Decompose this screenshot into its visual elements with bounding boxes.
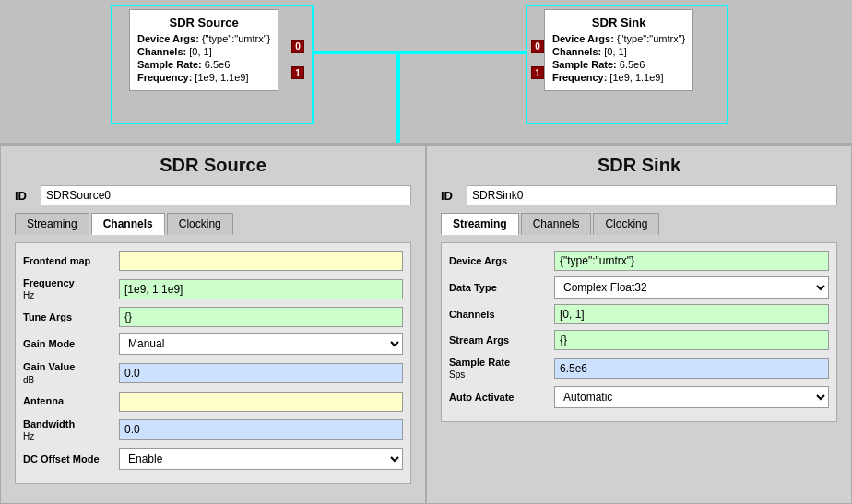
source-label-gain-value: Gain Value dB bbox=[23, 360, 115, 385]
source-field-antenna: Antenna bbox=[23, 392, 403, 412]
sink-label-auto-activate: Auto Activate bbox=[449, 391, 550, 404]
sink-field-stream-args: Stream Args bbox=[449, 330, 829, 350]
sink-label-stream-args: Stream Args bbox=[449, 334, 550, 346]
source-input-frequency[interactable] bbox=[119, 279, 403, 299]
source-label-frontend: Frontend map bbox=[23, 254, 115, 267]
source-select-dc-offset[interactable]: Enable Disable bbox=[119, 448, 403, 470]
sink-port-0: 0 bbox=[531, 40, 544, 53]
sink-label-device-args: Device Args bbox=[449, 254, 550, 267]
source-field-tune-args: Tune Args bbox=[23, 307, 403, 327]
source-id-label: ID bbox=[15, 189, 33, 203]
sink-label-data-type: Data Type bbox=[449, 281, 550, 294]
source-field-bandwidth: Bandwidth Hz bbox=[23, 417, 403, 442]
sink-input-device-args[interactable] bbox=[554, 251, 829, 271]
sink-device-args: Device Args: {"type":"umtrx"} bbox=[552, 33, 685, 44]
source-label-tune-args: Tune Args bbox=[23, 311, 115, 323]
sink-field-data-type: Data Type Complex Float32 Complex Int16 bbox=[449, 276, 829, 299]
source-block-title: SDR Source bbox=[137, 16, 270, 29]
sink-select-auto-activate[interactable]: Automatic Manual bbox=[554, 386, 829, 408]
sink-select-data-type[interactable]: Complex Float32 Complex Int16 bbox=[554, 276, 829, 299]
sink-input-sample-rate[interactable] bbox=[554, 358, 829, 379]
sink-field-device-args: Device Args bbox=[449, 251, 829, 271]
source-select-gain-mode[interactable]: Manual Automatic bbox=[119, 333, 403, 355]
source-input-frontend[interactable] bbox=[119, 251, 403, 271]
source-fields: Frontend map Frequency Hz Tune Args bbox=[15, 242, 411, 484]
source-frequency: Frequency: [1e9, 1.1e9] bbox=[137, 72, 270, 83]
source-field-gain-mode: Gain Mode Manual Automatic bbox=[23, 333, 403, 355]
source-id-row: ID bbox=[15, 185, 411, 205]
source-label-bandwidth: Bandwidth Hz bbox=[23, 417, 115, 442]
source-field-frequency: Frequency Hz bbox=[23, 276, 403, 301]
source-port-0: 0 bbox=[291, 40, 304, 53]
sink-field-channels: Channels bbox=[449, 304, 829, 324]
source-input-bandwidth[interactable] bbox=[119, 419, 403, 440]
sink-input-channels[interactable] bbox=[554, 304, 829, 324]
source-input-tune-args[interactable] bbox=[119, 307, 403, 327]
sink-block-title: SDR Sink bbox=[552, 16, 685, 29]
sdr-source-block: SDR Source Device Args: {"type":"umtrx"}… bbox=[129, 9, 278, 91]
source-field-gain-value: Gain Value dB bbox=[23, 360, 403, 385]
sink-fields: Device Args Data Type Complex Float32 Co… bbox=[441, 242, 837, 422]
sink-field-sample-rate: Sample Rate Sps bbox=[449, 356, 829, 381]
source-field-frontend: Frontend map bbox=[23, 251, 403, 271]
tab-channels-sink[interactable]: Channels bbox=[521, 213, 592, 235]
sink-tabs: Streaming Channels Clocking bbox=[441, 213, 837, 235]
sink-panel: SDR Sink ID Streaming Channels Clocking … bbox=[426, 145, 852, 504]
sink-label-sample-rate: Sample Rate Sps bbox=[449, 356, 550, 381]
sink-id-row: ID bbox=[441, 185, 837, 205]
source-label-gain-mode: Gain Mode bbox=[23, 337, 115, 350]
source-channels: Channels: [0, 1] bbox=[137, 46, 270, 57]
source-label-dc-offset: DC Offset Mode bbox=[23, 452, 115, 465]
sink-port-1: 1 bbox=[531, 66, 544, 79]
source-tabs: Streaming Channels Clocking bbox=[15, 213, 411, 235]
sink-field-auto-activate: Auto Activate Automatic Manual bbox=[449, 386, 829, 408]
sink-id-label: ID bbox=[441, 189, 459, 203]
tab-channels-source[interactable]: Channels bbox=[91, 213, 165, 235]
source-port-1: 1 bbox=[291, 66, 304, 79]
source-input-antenna[interactable] bbox=[119, 392, 403, 412]
connector-line bbox=[314, 51, 526, 54]
tab-clocking-source[interactable]: Clocking bbox=[167, 213, 233, 235]
sink-channels: Channels: [0, 1] bbox=[552, 46, 685, 57]
source-panel-title: SDR Source bbox=[15, 155, 411, 176]
source-device-args: Device Args: {"type":"umtrx"} bbox=[137, 33, 270, 44]
source-field-dc-offset: DC Offset Mode Enable Disable bbox=[23, 448, 403, 470]
block-diagram: SDR Source Device Args: {"type":"umtrx"}… bbox=[0, 0, 852, 143]
bottom-panels: SDR Source ID Streaming Channels Clockin… bbox=[0, 143, 852, 504]
source-label-antenna: Antenna bbox=[23, 394, 115, 407]
tab-streaming-sink[interactable]: Streaming bbox=[441, 213, 519, 235]
sdr-sink-block: SDR Sink Device Args: {"type":"umtrx"} C… bbox=[544, 9, 693, 91]
source-sample-rate: Sample Rate: 6.5e6 bbox=[137, 59, 270, 70]
sink-sample-rate: Sample Rate: 6.5e6 bbox=[552, 59, 685, 70]
sink-id-input[interactable] bbox=[467, 185, 837, 205]
source-panel: SDR Source ID Streaming Channels Clockin… bbox=[0, 145, 426, 504]
tab-clocking-sink[interactable]: Clocking bbox=[593, 213, 659, 235]
source-id-input[interactable] bbox=[41, 185, 411, 205]
tab-streaming-source[interactable]: Streaming bbox=[15, 213, 89, 235]
source-label-frequency: Frequency Hz bbox=[23, 276, 115, 301]
connector-line-v bbox=[396, 51, 400, 143]
sink-input-stream-args[interactable] bbox=[554, 330, 829, 350]
source-input-gain-value[interactable] bbox=[119, 363, 403, 383]
sink-frequency: Frequency: [1e9, 1.1e9] bbox=[552, 72, 685, 83]
sink-panel-title: SDR Sink bbox=[441, 155, 837, 176]
sink-label-channels: Channels bbox=[449, 308, 550, 321]
